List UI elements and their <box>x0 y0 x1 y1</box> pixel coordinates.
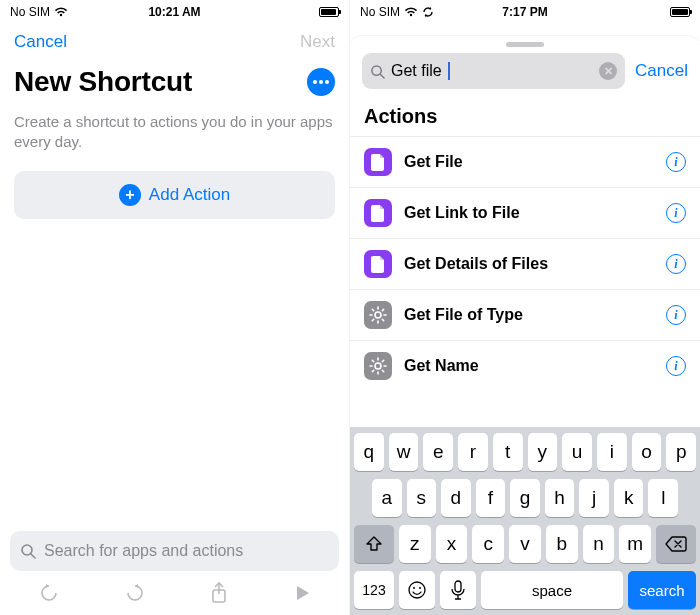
action-item[interactable]: Get Filei <box>350 136 700 187</box>
key-s[interactable]: s <box>407 479 437 517</box>
carrier-label: No SIM <box>360 5 400 19</box>
clear-button[interactable]: ✕ <box>599 62 617 80</box>
sheet-grabber[interactable] <box>506 42 544 47</box>
cancel-button[interactable]: Cancel <box>14 32 67 52</box>
phone-right: No SIM 7:17 PM CN Get file ✕ <box>350 0 700 615</box>
info-icon[interactable]: i <box>666 254 686 274</box>
key-p[interactable]: p <box>666 433 696 471</box>
battery-icon <box>319 7 339 17</box>
shift-key[interactable] <box>354 525 394 563</box>
key-q[interactable]: q <box>354 433 384 471</box>
action-label: Get Link to File <box>404 204 520 222</box>
file-icon <box>364 148 392 176</box>
key-h[interactable]: h <box>545 479 575 517</box>
key-u[interactable]: u <box>562 433 592 471</box>
svg-point-9 <box>413 587 415 589</box>
key-r[interactable]: r <box>458 433 488 471</box>
action-label: Get File <box>404 153 463 171</box>
keyboard-row-1: qwertyuiop <box>354 433 696 471</box>
svg-point-7 <box>375 363 381 369</box>
key-z[interactable]: z <box>399 525 431 563</box>
search-placeholder: Search for apps and actions <box>44 542 243 560</box>
keyboard-row-2: asdfghjkl <box>354 479 696 517</box>
action-label: Get File of Type <box>404 306 523 324</box>
numbers-key[interactable]: 123 <box>354 571 394 609</box>
key-i[interactable]: i <box>597 433 627 471</box>
info-icon[interactable]: i <box>666 356 686 376</box>
title-row: New Shortcut <box>0 60 349 106</box>
backspace-key[interactable] <box>656 525 696 563</box>
key-t[interactable]: t <box>493 433 523 471</box>
key-f[interactable]: f <box>476 479 506 517</box>
search-input[interactable]: Get file ✕ <box>362 53 625 89</box>
action-item[interactable]: Get Link to Filei <box>350 187 700 238</box>
ellipsis-icon <box>313 80 329 84</box>
section-title: Actions <box>350 99 700 136</box>
wifi-icon <box>54 7 68 17</box>
info-icon[interactable]: i <box>666 305 686 325</box>
key-d[interactable]: d <box>441 479 471 517</box>
key-e[interactable]: e <box>423 433 453 471</box>
key-y[interactable]: y <box>528 433 558 471</box>
info-icon[interactable]: i <box>666 152 686 172</box>
page-title: New Shortcut <box>14 66 192 98</box>
key-w[interactable]: w <box>389 433 419 471</box>
mic-key[interactable] <box>440 571 476 609</box>
key-a[interactable]: a <box>372 479 402 517</box>
status-bar: No SIM 10:21 AM <box>0 0 349 24</box>
svg-point-8 <box>409 582 425 598</box>
key-n[interactable]: n <box>583 525 615 563</box>
more-button[interactable] <box>307 68 335 96</box>
subtitle: Create a shortcut to actions you do in y… <box>0 106 349 171</box>
play-icon[interactable] <box>293 584 311 602</box>
action-list: Get FileiGet Link to FileiGet Details of… <box>350 136 700 391</box>
plus-icon: + <box>119 184 141 206</box>
search-row: Get file ✕ Cancel <box>350 53 700 99</box>
key-o[interactable]: o <box>632 433 662 471</box>
action-item[interactable]: Get File of Typei <box>350 289 700 340</box>
nav-bar: Cancel Next <box>0 24 349 60</box>
file-icon <box>364 199 392 227</box>
info-icon[interactable]: i <box>666 203 686 223</box>
search-input[interactable]: Search for apps and actions <box>10 531 339 571</box>
emoji-key[interactable] <box>399 571 435 609</box>
keyboard-row-4: 123 space search <box>354 571 696 609</box>
svg-line-1 <box>31 554 35 558</box>
gear-icon <box>364 352 392 380</box>
redo-icon[interactable] <box>124 582 146 604</box>
key-k[interactable]: k <box>614 479 644 517</box>
text-caret <box>448 62 450 80</box>
space-key[interactable]: space <box>481 571 623 609</box>
key-g[interactable]: g <box>510 479 540 517</box>
action-label: Get Details of Files <box>404 255 548 273</box>
next-button[interactable]: Next <box>300 32 335 52</box>
cancel-button[interactable]: Cancel <box>635 61 688 81</box>
svg-point-6 <box>375 312 381 318</box>
key-b[interactable]: b <box>546 525 578 563</box>
svg-rect-11 <box>455 581 461 592</box>
share-icon[interactable] <box>209 582 229 604</box>
action-item[interactable]: Get Namei <box>350 340 700 391</box>
search-key[interactable]: search <box>628 571 696 609</box>
carrier-label: No SIM <box>10 5 50 19</box>
gear-icon <box>364 301 392 329</box>
key-x[interactable]: x <box>436 525 468 563</box>
key-m[interactable]: m <box>619 525 651 563</box>
add-action-label: Add Action <box>149 185 230 205</box>
search-query: Get file <box>391 62 442 80</box>
svg-point-10 <box>419 587 421 589</box>
wifi-icon <box>404 7 418 17</box>
keyboard-row-3: zxcvbnm <box>354 525 696 563</box>
undo-icon[interactable] <box>38 582 60 604</box>
key-j[interactable]: j <box>579 479 609 517</box>
action-picker-sheet: Get file ✕ Cancel Actions Get FileiGet L… <box>350 36 700 615</box>
key-v[interactable]: v <box>509 525 541 563</box>
search-icon <box>20 543 36 559</box>
status-bar: No SIM 7:17 PM <box>350 0 700 24</box>
key-c[interactable]: c <box>472 525 504 563</box>
bottom-toolbar <box>0 575 349 615</box>
action-item[interactable]: Get Details of Filesi <box>350 238 700 289</box>
key-l[interactable]: l <box>648 479 678 517</box>
add-action-button[interactable]: + Add Action <box>14 171 335 219</box>
file-icon <box>364 250 392 278</box>
